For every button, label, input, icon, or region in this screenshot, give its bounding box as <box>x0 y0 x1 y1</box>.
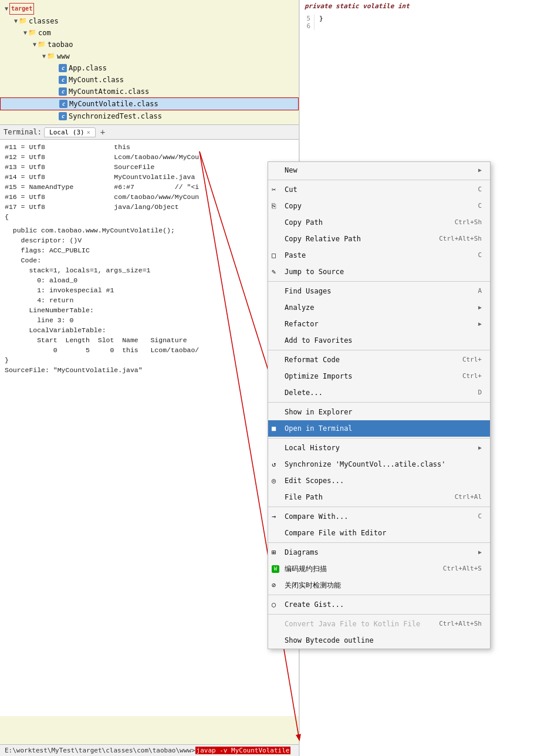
copy-relative-path-shortcut: Ctrl+Alt+Sh <box>439 233 482 245</box>
submenu-arrow-icon: ▶ <box>478 546 482 558</box>
menu-item-add-to-favorites[interactable]: Add to Favorites <box>268 332 490 349</box>
terminal-line: #14 = Utf8 MyCountVolatile.java <box>5 172 294 182</box>
submenu-arrow-icon: ▶ <box>478 442 482 454</box>
class-icon: c <box>59 112 67 120</box>
menu-item-code-rule-scan[interactable]: W 编码规约扫描 Ctrl+Alt+S <box>268 561 490 577</box>
menu-item-show-bytecode[interactable]: Show Bytecode outline <box>268 632 490 649</box>
close-tab-icon[interactable]: × <box>87 129 90 136</box>
menu-separator <box>268 350 490 350</box>
menu-label-compare-file-editor: Compare File with Editor <box>285 527 386 539</box>
paste-icon: □ <box>272 249 276 261</box>
tree-item-mycountvolatile[interactable]: c MyCountVolatile.class <box>0 97 299 110</box>
menu-separator <box>268 281 490 282</box>
terminal-line: #13 = Utf8 SourceFile <box>5 162 294 172</box>
folder-icon: 📁 <box>38 39 46 50</box>
menu-item-delete[interactable]: Delete... D <box>268 384 490 401</box>
add-tab-button[interactable]: + <box>98 127 107 137</box>
menu-item-diagrams[interactable]: ⊞ Diagrams ▶ <box>268 544 490 561</box>
file-tree: ▼ target ▼ 📁 classes ▼ 📁 com ▼ 📁 taobao <box>0 0 299 124</box>
classes-label: classes <box>29 16 59 26</box>
terminal-line: 1: invokespecial #1 <box>5 285 294 295</box>
menu-item-cut[interactable]: ✂ Cut C <box>268 181 490 198</box>
menu-item-refactor[interactable]: Refactor ▶ <box>268 316 490 332</box>
menu-item-paste[interactable]: □ Paste C <box>268 247 490 264</box>
menu-item-synchronize[interactable]: ↺ Synchronize 'MyCountVol...atile.class' <box>268 456 490 473</box>
menu-item-analyze[interactable]: Analyze ▶ <box>268 299 490 316</box>
folder-icon: 📁 <box>47 51 55 62</box>
menu-label-compare-with: Compare With... <box>285 511 348 522</box>
tree-item-mycount[interactable]: c MyCount.class <box>0 74 299 86</box>
cut-shortcut: C <box>478 184 482 195</box>
menu-item-new[interactable]: New ▶ <box>268 162 490 178</box>
terminal-label: Terminal: <box>4 128 42 136</box>
code-top-text: private static volatile int <box>300 0 541 12</box>
terminal-line: 0: aload_0 <box>5 275 294 285</box>
menu-item-compare-file-editor[interactable]: Compare File with Editor <box>268 525 490 541</box>
menu-separator <box>268 180 490 180</box>
tree-item-taobao[interactable]: ▼ 📁 taobao <box>0 39 299 50</box>
menu-item-compare-with[interactable]: → Compare With... C <box>268 508 490 525</box>
menu-label-diagrams: Diagrams <box>285 546 319 558</box>
synchronize-icon: ↺ <box>272 458 276 470</box>
app-label: App.class <box>69 63 107 73</box>
tree-item-classes[interactable]: ▼ 📁 classes <box>0 15 299 27</box>
menu-item-copy[interactable]: ⎘ Copy C <box>268 198 490 214</box>
menu-separator <box>268 614 490 615</box>
terminal-line: { <box>5 212 294 222</box>
tree-item-mycountatomic[interactable]: c MyCountAtomic.class <box>0 86 299 97</box>
menu-item-optimize-imports[interactable]: Optimize Imports Ctrl+ <box>268 368 490 384</box>
menu-label-local-history: Local History <box>285 442 340 454</box>
menu-label-paste: Paste <box>285 249 306 261</box>
bottom-bar: E:\worktest\MyTest\target\classes\com\ta… <box>0 744 299 756</box>
taobao-label: taobao <box>48 39 73 50</box>
menu-item-find-usages[interactable]: Find Usages A <box>268 283 490 299</box>
menu-label-find-usages: Find Usages <box>285 285 331 297</box>
code-rule-scan-icon: W <box>272 565 279 573</box>
menu-item-show-in-explorer[interactable]: Show in Explorer <box>268 404 490 420</box>
menu-item-jump-to-source[interactable]: ✎ Jump to Source <box>268 264 490 280</box>
menu-item-local-history[interactable]: Local History ▶ <box>268 440 490 456</box>
menu-item-copy-path[interactable]: Copy Path Ctrl+Sh <box>268 214 490 231</box>
menu-label-close-detection: 关闭实时检测功能 <box>285 579 341 591</box>
terminal-line: 4: return <box>5 295 294 305</box>
target-label-box: target <box>9 3 34 15</box>
menu-item-open-in-terminal[interactable]: ■ Open in Terminal <box>268 420 490 437</box>
jump-icon: ✎ <box>272 266 276 278</box>
tree-item-app[interactable]: c App.class <box>0 62 299 74</box>
menu-label-copy-path: Copy Path <box>285 217 323 228</box>
menu-item-create-gist[interactable]: ○ Create Gist... <box>268 596 490 613</box>
menu-label-synchronize: Synchronize 'MyCountVol...atile.class' <box>285 458 446 470</box>
submenu-arrow-icon: ▶ <box>478 318 482 330</box>
tree-item-target[interactable]: ▼ target <box>0 2 299 15</box>
compare-with-shortcut: C <box>478 511 482 522</box>
menu-label-open-in-terminal: Open in Terminal <box>285 423 353 434</box>
terminal-line: Code: <box>5 255 294 265</box>
com-label: com <box>38 28 51 38</box>
menu-separator <box>268 438 490 438</box>
tree-item-synchronizedtest[interactable]: c SynchronizedTest.class <box>0 110 299 122</box>
paste-shortcut: C <box>478 249 482 261</box>
arrow-icon: ▼ <box>42 51 46 62</box>
menu-label-refactor: Refactor <box>285 318 319 330</box>
folder-icon: 📁 <box>28 28 36 38</box>
menu-item-close-detection[interactable]: ⊘ 关闭实时检测功能 <box>268 577 490 593</box>
tree-item-www[interactable]: ▼ 📁 www <box>0 50 299 62</box>
create-gist-icon: ○ <box>272 599 276 610</box>
menu-item-reformat-code[interactable]: Reformat Code Ctrl+ <box>268 352 490 368</box>
menu-separator <box>268 595 490 595</box>
menu-item-file-path[interactable]: File Path Ctrl+Al <box>268 489 490 505</box>
tree-item-com[interactable]: ▼ 📁 com <box>0 27 299 39</box>
find-usages-shortcut: A <box>478 285 482 297</box>
terminal-line: LineNumberTable: <box>5 305 294 315</box>
menu-item-edit-scopes[interactable]: ◎ Edit Scopes... <box>268 473 490 489</box>
terminal-line: SourceFile: "MyCountVolatile.java" <box>5 365 294 375</box>
reformat-code-shortcut: Ctrl+ <box>462 354 482 366</box>
menu-item-copy-relative-path[interactable]: Copy Relative Path Ctrl+Alt+Sh <box>268 231 490 247</box>
close-detection-icon: ⊘ <box>272 579 276 591</box>
terminal-tab-local3[interactable]: Local (3) × <box>44 127 96 137</box>
copy-shortcut: C <box>478 200 482 212</box>
terminal-line: flags: ACC_PUBLIC <box>5 245 294 255</box>
submenu-arrow-icon: ▶ <box>478 164 482 176</box>
synchronizedtest-label: SynchronizedTest.class <box>69 111 162 122</box>
terminal-line: descriptor: ()V <box>5 235 294 245</box>
